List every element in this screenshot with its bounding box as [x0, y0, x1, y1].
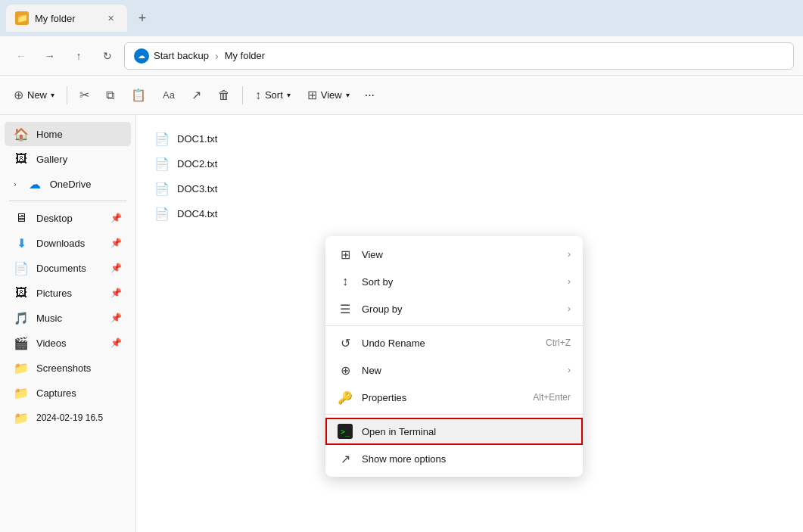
- cut-button[interactable]: ✂: [72, 82, 97, 109]
- copy-icon: ⧉: [106, 89, 114, 102]
- path-my-folder: My folder: [225, 50, 265, 61]
- sidebar-label-captures: Captures: [36, 387, 76, 399]
- ctx-terminal[interactable]: >_ Open in Terminal: [325, 418, 583, 445]
- new-button[interactable]: ⊕ New ▾: [6, 82, 62, 109]
- paste-icon: 📋: [131, 88, 146, 102]
- sidebar-item-downloads[interactable]: ⬇ Downloads 📌: [5, 231, 131, 255]
- copy-button[interactable]: ⧉: [98, 82, 122, 109]
- file-doc4[interactable]: 📄 DOC4.txt: [148, 202, 791, 226]
- file-name-doc3: DOC3.txt: [177, 183, 217, 194]
- context-menu: ⊞ View › ↕ Sort by › ☰ Group by › ↺ Undo…: [325, 236, 583, 477]
- sidebar-item-date-folder[interactable]: 📁 2024-02-19 16.5: [5, 406, 131, 430]
- content-area: 📄 DOC1.txt 📄 DOC2.txt 📄 DOC3.txt 📄 DOC4.…: [136, 115, 803, 532]
- ctx-new-arrow: ›: [568, 365, 571, 375]
- tab-close-button[interactable]: ✕: [103, 11, 118, 26]
- ctx-divider-1: [325, 325, 583, 326]
- cut-icon: ✂: [79, 88, 89, 102]
- file-name-doc4: DOC4.txt: [177, 208, 217, 219]
- rename-button[interactable]: Aa: [155, 82, 182, 109]
- file-name-doc1: DOC1.txt: [177, 133, 217, 145]
- toolbar-divider-1: [67, 86, 67, 104]
- sidebar-label-documents: Documents: [36, 263, 86, 274]
- new-chevron-icon: ▾: [51, 91, 54, 99]
- home-icon: 🏠: [14, 126, 29, 142]
- paste-button[interactable]: 📋: [123, 82, 154, 109]
- ctx-view-arrow: ›: [568, 249, 571, 260]
- back-button[interactable]: ←: [9, 44, 33, 68]
- ctx-show-more-icon: ↗: [338, 451, 353, 466]
- ctx-groupby-arrow: ›: [568, 303, 571, 314]
- delete-icon: 🗑: [218, 89, 230, 102]
- file-doc2[interactable]: 📄 DOC2.txt: [148, 152, 791, 176]
- videos-icon: 🎬: [14, 335, 29, 350]
- new-tab-button[interactable]: +: [130, 6, 154, 30]
- sidebar-divider: [9, 201, 126, 201]
- tab-my-folder[interactable]: My folder ✕: [6, 5, 127, 32]
- pin-icon-videos: 📌: [110, 338, 122, 348]
- ctx-show-more-label: Show more options: [362, 453, 571, 465]
- up-button[interactable]: ↑: [67, 44, 91, 68]
- more-options-button[interactable]: ···: [359, 82, 381, 109]
- ctx-sortby[interactable]: ↕ Sort by ›: [325, 268, 583, 295]
- file-icon-doc1: 📄: [154, 132, 170, 146]
- ctx-view-label: View: [362, 249, 559, 260]
- pin-icon-pictures: 📌: [110, 288, 122, 298]
- sidebar-item-home[interactable]: 🏠 Home: [5, 122, 131, 146]
- sidebar-item-pictures[interactable]: 🖼 Pictures 📌: [5, 281, 131, 305]
- ctx-new-icon: ⊕: [338, 362, 353, 378]
- captures-icon: 📁: [14, 385, 29, 400]
- sort-button[interactable]: ↕ Sort ▾: [247, 82, 298, 109]
- sidebar-item-screenshots[interactable]: 📁 Screenshots: [5, 356, 131, 380]
- pin-icon-downloads: 📌: [110, 238, 122, 248]
- share-icon: ↗: [191, 88, 201, 102]
- ctx-undo-label: Undo Rename: [362, 338, 537, 349]
- file-name-doc2: DOC2.txt: [177, 158, 217, 170]
- ctx-view[interactable]: ⊞ View ›: [325, 241, 583, 268]
- share-button[interactable]: ↗: [184, 82, 209, 109]
- sidebar-item-music[interactable]: 🎵 Music 📌: [5, 306, 131, 330]
- sidebar-item-gallery[interactable]: 🖼 Gallery: [5, 147, 131, 171]
- ctx-undo-icon: ↺: [338, 335, 353, 350]
- view-button[interactable]: ⊞ View ▾: [300, 82, 357, 109]
- sidebar-label-onedrive: OneDrive: [50, 179, 92, 190]
- delete-button[interactable]: 🗑: [210, 82, 238, 109]
- ctx-groupby[interactable]: ☰ Group by ›: [325, 295, 583, 322]
- path-separator: ›: [215, 50, 219, 62]
- view-chevron-icon: ▾: [346, 91, 350, 99]
- file-icon-doc2: 📄: [154, 157, 170, 171]
- ctx-sortby-label: Sort by: [362, 276, 559, 288]
- ctx-undo-rename[interactable]: ↺ Undo Rename Ctrl+Z: [325, 329, 583, 356]
- forward-button[interactable]: →: [38, 44, 62, 68]
- screenshots-icon: 📁: [14, 360, 29, 375]
- sidebar-item-onedrive[interactable]: › ☁ OneDrive: [5, 172, 131, 196]
- address-path[interactable]: ☁ Start backup › My folder: [124, 42, 794, 70]
- ctx-groupby-label: Group by: [362, 303, 559, 315]
- file-icon-doc4: 📄: [154, 207, 170, 221]
- ctx-terminal-icon: >_: [338, 424, 353, 439]
- sidebar-label-home: Home: [36, 129, 63, 140]
- new-label: New: [27, 89, 47, 101]
- sidebar-item-captures[interactable]: 📁 Captures: [5, 381, 131, 405]
- music-icon: 🎵: [14, 310, 29, 325]
- pin-icon-music: 📌: [110, 313, 122, 323]
- tab-title: My folder: [35, 13, 97, 24]
- sidebar-item-videos[interactable]: 🎬 Videos 📌: [5, 331, 131, 355]
- ctx-properties[interactable]: 🔑 Properties Alt+Enter: [325, 384, 583, 411]
- ctx-show-more[interactable]: ↗ Show more options: [325, 445, 583, 472]
- sidebar-label-desktop: Desktop: [36, 213, 73, 224]
- sidebar-label-pictures: Pictures: [36, 288, 72, 299]
- documents-icon: 📄: [14, 260, 29, 275]
- tab-folder-icon: [15, 11, 29, 25]
- sidebar-item-documents[interactable]: 📄 Documents 📌: [5, 256, 131, 280]
- ctx-sortby-arrow: ›: [568, 276, 571, 287]
- pin-icon-documents: 📌: [110, 263, 122, 273]
- file-doc1[interactable]: 📄 DOC1.txt: [148, 127, 791, 151]
- sidebar-item-desktop[interactable]: 🖥 Desktop 📌: [5, 206, 131, 230]
- ctx-new[interactable]: ⊕ New ›: [325, 356, 583, 384]
- gallery-icon: 🖼: [14, 151, 29, 166]
- sidebar-label-date-folder: 2024-02-19 16.5: [36, 412, 103, 423]
- sidebar-label-gallery: Gallery: [36, 154, 67, 165]
- refresh-button[interactable]: ↻: [95, 44, 120, 68]
- pin-icon-desktop: 📌: [110, 213, 122, 223]
- file-doc3[interactable]: 📄 DOC3.txt: [148, 177, 791, 201]
